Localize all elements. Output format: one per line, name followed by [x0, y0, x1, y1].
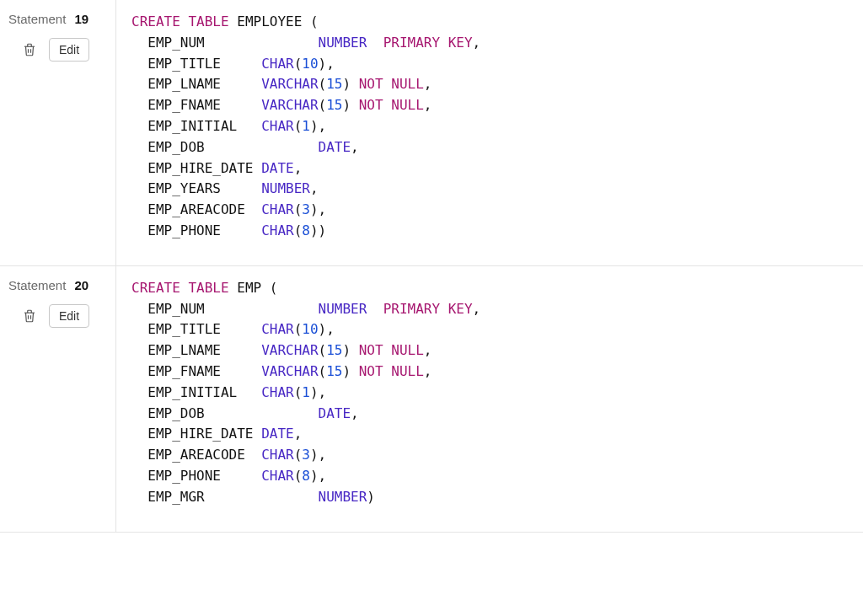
statement-block: Statement19EditCREATE TABLE EMPLOYEE ( E… [0, 0, 863, 266]
sql-code[interactable]: CREATE TABLE EMPLOYEE ( EMP_NUM NUMBER P… [131, 12, 848, 242]
statement-number: 20 [74, 278, 88, 292]
statement-label: Statement [8, 12, 66, 26]
trash-icon[interactable] [22, 308, 37, 324]
sql-code[interactable]: CREATE TABLE EMP ( EMP_NUM NUMBER PRIMAR… [131, 278, 848, 508]
statement-number: 19 [74, 12, 88, 26]
statement-header: Statement20 [8, 278, 107, 292]
sql-code-area: CREATE TABLE EMPLOYEE ( EMP_NUM NUMBER P… [116, 0, 863, 265]
sql-code-area: CREATE TABLE EMP ( EMP_NUM NUMBER PRIMAR… [116, 266, 863, 532]
statement-sidebar: Statement19Edit [0, 0, 116, 265]
statement-header: Statement19 [8, 12, 107, 26]
statement-sidebar: Statement20Edit [0, 266, 116, 532]
statement-actions: Edit [8, 304, 107, 328]
edit-button[interactable]: Edit [49, 304, 89, 328]
edit-button[interactable]: Edit [49, 38, 89, 62]
statement-actions: Edit [8, 38, 107, 62]
statement-block: Statement20EditCREATE TABLE EMP ( EMP_NU… [0, 266, 863, 533]
trash-icon[interactable] [22, 42, 37, 57]
statement-label: Statement [8, 278, 66, 292]
